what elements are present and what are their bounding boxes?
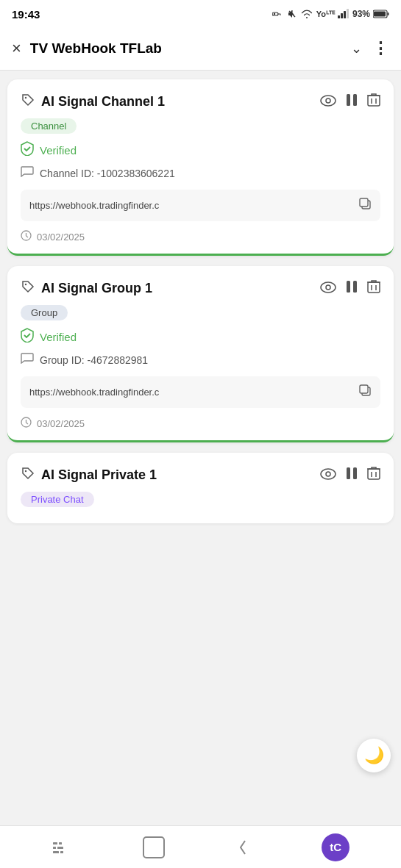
clock-icon-2 (21, 417, 32, 430)
svg-point-27 (321, 282, 336, 293)
view-icon-2[interactable] (320, 280, 336, 297)
delete-icon-2[interactable] (367, 279, 380, 298)
webhook-url-1: https://webhook.tradingfinder.c (29, 200, 352, 211)
svg-rect-8 (347, 9, 349, 18)
svg-rect-3 (280, 14, 280, 16)
tag-icon-1 (21, 93, 35, 111)
card-actions-3 (320, 466, 380, 484)
svg-rect-7 (344, 11, 346, 18)
svg-rect-44 (353, 467, 357, 479)
card-title-2: AI Signal Group 1 (41, 281, 152, 296)
date-row-2: 03/02/2025 (21, 417, 380, 430)
svg-point-1 (274, 13, 275, 15)
svg-point-26 (25, 284, 26, 285)
date-text-2: 03/02/2025 (37, 418, 85, 429)
svg-line-39 (26, 423, 29, 424)
pause-icon-3[interactable] (345, 466, 358, 484)
svg-rect-50 (59, 842, 62, 844)
app-icon-button[interactable]: tC (322, 833, 349, 861)
svg-point-42 (326, 472, 330, 476)
bottom-nav-bar: tC (0, 825, 401, 868)
svg-rect-49 (53, 842, 57, 844)
channel-card-1: AI Signal Channel 1 Channel Verified (7, 79, 394, 256)
svg-rect-11 (388, 12, 389, 15)
verified-text-1: Verified (40, 144, 77, 157)
svg-rect-6 (341, 13, 343, 18)
svg-rect-54 (60, 851, 63, 853)
svg-rect-53 (53, 851, 59, 853)
card-title-3: AI Signal Private 1 (41, 467, 157, 483)
back-button[interactable] (238, 839, 248, 856)
battery-icon (373, 10, 389, 18)
close-button[interactable]: × (12, 40, 21, 57)
svg-rect-17 (368, 96, 380, 106)
svg-point-13 (321, 96, 336, 106)
card-title-1: AI Signal Channel 1 (41, 94, 165, 110)
svg-rect-52 (57, 847, 63, 849)
more-options-button[interactable]: ⋮ (372, 39, 389, 58)
tag-icon-2 (21, 279, 35, 298)
delete-icon-3[interactable] (367, 466, 380, 484)
copy-icon-1[interactable] (358, 197, 372, 214)
tag-icon-3 (21, 466, 35, 484)
shield-icon-2 (21, 328, 34, 346)
status-bar: 19:43 Yoᴸᵀᴱ 93% (0, 0, 401, 26)
view-icon-3[interactable] (320, 467, 336, 484)
card-actions-1 (320, 93, 380, 111)
id-row-1: Channel ID: -1002383606221 (21, 165, 380, 181)
home-button[interactable] (143, 836, 165, 858)
badge-private-3: Private Chat (21, 492, 94, 507)
key-icon (272, 10, 284, 18)
svg-point-40 (25, 470, 26, 472)
view-icon-1[interactable] (320, 93, 336, 110)
pause-icon-1[interactable] (345, 93, 358, 111)
chat-icon-2 (21, 352, 34, 367)
card-header-3: AI Signal Private 1 (21, 466, 380, 484)
svg-rect-29 (347, 281, 350, 293)
wifi-icon (300, 9, 313, 19)
svg-rect-22 (360, 198, 368, 207)
date-row-1: 03/02/2025 (21, 230, 380, 243)
copy-icon-2[interactable] (358, 384, 372, 401)
card-title-row-2: AI Signal Group 1 (21, 279, 152, 298)
menu-button[interactable] (52, 840, 69, 855)
page-title: TV WebHook TFLab (30, 40, 351, 57)
chat-icon-1 (21, 165, 34, 181)
signal-bars-icon (338, 9, 349, 19)
svg-rect-16 (353, 94, 357, 106)
delete-icon-1[interactable] (367, 93, 380, 111)
signal-label: Yoᴸᵀᴱ (316, 10, 335, 19)
shield-icon-1 (21, 141, 34, 159)
battery-label: 93% (352, 9, 370, 19)
badge-channel-1: Channel (21, 118, 77, 134)
svg-point-12 (25, 97, 26, 98)
date-text-1: 03/02/2025 (37, 232, 85, 243)
svg-line-25 (26, 236, 29, 237)
channel-card-3: AI Signal Private 1 Private Chat (7, 453, 394, 523)
verified-row-2: Verified (21, 328, 380, 346)
svg-rect-31 (368, 282, 380, 293)
svg-rect-36 (360, 385, 368, 393)
svg-rect-10 (374, 12, 386, 17)
svg-point-41 (321, 469, 336, 479)
status-icons: Yoᴸᵀᴱ 93% (272, 9, 389, 19)
moon-icon: 🌙 (364, 746, 384, 765)
content-area: AI Signal Channel 1 Channel Verified (0, 71, 401, 585)
channel-card-2: AI Signal Group 1 Group Verified (7, 266, 394, 442)
app-icon-label: tC (330, 841, 341, 853)
svg-rect-5 (338, 15, 340, 18)
svg-rect-15 (347, 94, 350, 106)
card-header-2: AI Signal Group 1 (21, 279, 380, 298)
status-time: 19:43 (12, 8, 40, 21)
id-row-2: Group ID: -4672882981 (21, 352, 380, 367)
svg-rect-30 (353, 281, 357, 293)
chevron-down-icon[interactable]: ⌄ (351, 40, 362, 57)
svg-rect-51 (53, 847, 56, 849)
pause-icon-2[interactable] (345, 279, 358, 298)
clock-icon-1 (21, 230, 32, 243)
dark-mode-button[interactable]: 🌙 (357, 739, 391, 772)
card-title-row-1: AI Signal Channel 1 (21, 93, 165, 111)
card-title-row-3: AI Signal Private 1 (21, 466, 157, 484)
url-row-2: https://webhook.tradingfinder.c (21, 376, 380, 408)
group-id-2: Group ID: -4672882981 (40, 354, 148, 366)
